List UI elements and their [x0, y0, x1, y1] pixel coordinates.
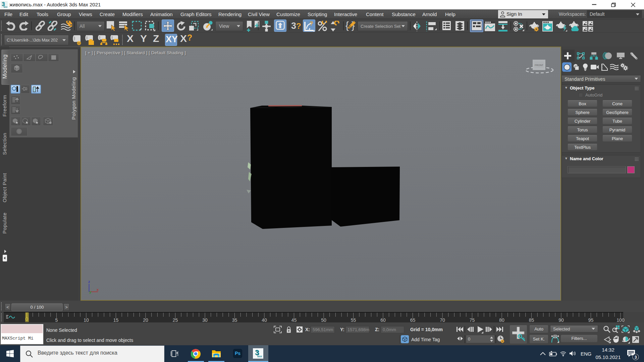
svg-text:20: 20	[143, 317, 148, 322]
svg-text:75: 75	[470, 317, 475, 322]
svg-text:FRONT: FRONT	[535, 64, 543, 67]
svg-text:85: 85	[529, 317, 534, 322]
svg-text:90: 90	[558, 317, 564, 322]
svg-text:z: z	[88, 280, 90, 284]
svg-text:60: 60	[380, 317, 386, 322]
svg-text:65: 65	[410, 317, 416, 322]
svg-text:80: 80	[499, 317, 504, 322]
svg-text:55: 55	[351, 317, 356, 322]
svg-text:35: 35	[232, 317, 237, 322]
svg-text:100: 100	[616, 317, 625, 322]
svg-text:95: 95	[588, 317, 594, 322]
svg-text:40: 40	[262, 317, 267, 322]
svg-text:25: 25	[173, 317, 178, 322]
svg-text:70: 70	[440, 317, 445, 322]
svg-text:50: 50	[321, 317, 326, 322]
svg-text:x: x	[97, 288, 99, 292]
svg-text:3: 3	[634, 355, 637, 360]
svg-text:5: 5	[55, 317, 58, 322]
svg-text:10: 10	[84, 317, 89, 322]
svg-text:30: 30	[202, 317, 208, 322]
svg-text:?: ?	[310, 21, 313, 27]
svg-text:y: y	[89, 290, 92, 294]
svg-text:45: 45	[291, 317, 297, 322]
svg-text:15: 15	[113, 317, 119, 322]
